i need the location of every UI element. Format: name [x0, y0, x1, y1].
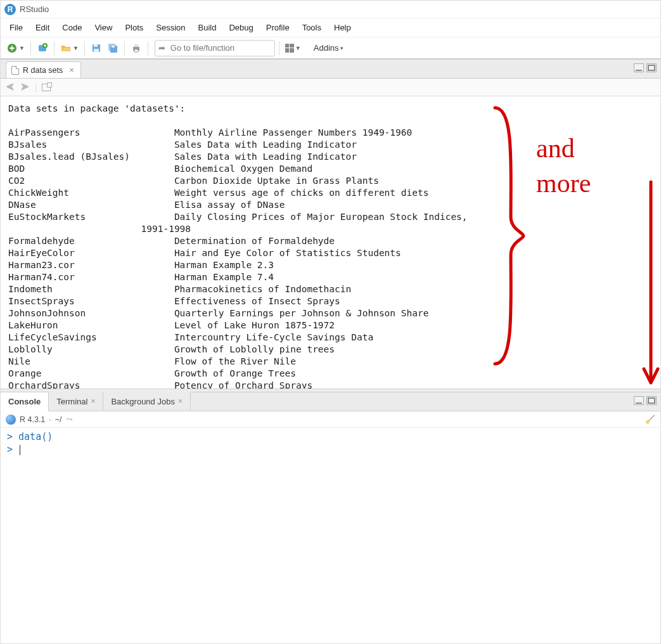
- menu-session[interactable]: Session: [150, 20, 191, 35]
- addins-label: Addins: [314, 43, 339, 53]
- menu-tools[interactable]: Tools: [296, 20, 328, 35]
- menu-debug[interactable]: Debug: [222, 20, 259, 35]
- chevron-down-icon: ▾: [340, 45, 343, 51]
- tab-console[interactable]: Console: [1, 392, 49, 411]
- window-title: RStudio: [20, 4, 49, 14]
- new-project-button[interactable]: [35, 40, 50, 56]
- goto-file-function[interactable]: ➦: [155, 40, 275, 56]
- chevron-down-icon: ▼: [19, 45, 25, 51]
- console-info-bar: R 4.3.1 · ~/ ⤳ 🧹: [1, 411, 660, 428]
- separator: [124, 41, 125, 55]
- close-icon[interactable]: ×: [178, 397, 183, 406]
- print-button[interactable]: [129, 40, 144, 56]
- menu-code[interactable]: Code: [56, 20, 88, 35]
- titlebar: R RStudio: [1, 1, 660, 18]
- source-tab[interactable]: R data sets ×: [6, 61, 81, 78]
- tab-label: Background Jobs: [111, 397, 174, 406]
- save-button[interactable]: [89, 40, 104, 56]
- main-toolbar: ▼ ▼ ➦ ▼ Addins ▾: [1, 37, 660, 59]
- new-file-button[interactable]: ▼: [4, 40, 27, 56]
- viewer-content: Data sets in package 'datasets': AirPass…: [1, 96, 660, 389]
- nav-forward-button[interactable]: ⮞: [20, 82, 30, 93]
- clear-console-button[interactable]: 🧹: [645, 415, 655, 424]
- source-tabstrip: R data sets ×: [1, 60, 660, 79]
- tab-label: Console: [8, 397, 41, 406]
- svg-rect-11: [134, 49, 138, 52]
- maximize-pane-button[interactable]: [646, 396, 657, 405]
- menu-build[interactable]: Build: [192, 20, 223, 35]
- maximize-pane-button[interactable]: [646, 63, 657, 72]
- close-icon[interactable]: ×: [91, 397, 95, 406]
- separator: [84, 41, 85, 55]
- console-pane: ConsoleTerminal×Background Jobs× R 4.3.1…: [1, 392, 660, 643]
- viewer-scroll[interactable]: Data sets in package 'datasets': AirPass…: [1, 96, 660, 389]
- console-line: >: [7, 443, 654, 456]
- chevron-down-icon: ▼: [295, 45, 301, 51]
- menu-view[interactable]: View: [88, 20, 119, 35]
- menu-profile[interactable]: Profile: [260, 20, 296, 35]
- tab-label: Terminal: [56, 397, 87, 406]
- pane-layout-button[interactable]: ▼: [283, 40, 303, 56]
- chevron-down-icon: ▼: [73, 45, 79, 51]
- menu-plots[interactable]: Plots: [119, 20, 150, 35]
- grid-icon: [285, 44, 294, 53]
- console-tabstrip: ConsoleTerminal×Background Jobs×: [1, 392, 660, 411]
- open-file-button[interactable]: ▼: [58, 40, 80, 56]
- r-logo-icon: [6, 415, 16, 425]
- menu-file[interactable]: File: [3, 20, 29, 35]
- minimize-pane-button[interactable]: [634, 63, 644, 72]
- addins-button[interactable]: Addins ▾: [309, 40, 348, 56]
- rstudio-logo-icon: R: [4, 4, 16, 15]
- separator: [30, 41, 31, 55]
- separator-dot: ·: [49, 415, 51, 424]
- pop-out-button[interactable]: [42, 84, 51, 91]
- close-icon[interactable]: ×: [69, 65, 74, 75]
- separator: [279, 41, 279, 55]
- minimize-pane-button[interactable]: [634, 396, 644, 405]
- source-pane: R data sets × ⮜ ⮞ | Data sets in package…: [1, 59, 660, 389]
- pane-controls: [634, 63, 657, 72]
- menu-edit[interactable]: Edit: [29, 20, 56, 35]
- tab-label: R data sets: [23, 66, 63, 75]
- console-output[interactable]: > data()>: [1, 428, 660, 643]
- tab-background-jobs[interactable]: Background Jobs×: [103, 392, 190, 411]
- data-viewer: Data sets in package 'datasets': AirPass…: [1, 96, 660, 389]
- source-toolbar: ⮜ ⮞ |: [1, 79, 660, 96]
- tab-terminal[interactable]: Terminal×: [49, 392, 103, 411]
- working-dir: ~/: [55, 415, 62, 424]
- separator: [148, 41, 148, 55]
- menu-help[interactable]: Help: [328, 20, 357, 35]
- save-all-button[interactable]: [105, 40, 120, 56]
- nav-back-button[interactable]: ⮜: [6, 82, 15, 93]
- separator: [54, 41, 55, 55]
- menubar: FileEditCodeViewPlotsSessionBuildDebugPr…: [1, 18, 660, 37]
- r-version-label: R 4.3.1: [20, 415, 45, 424]
- svg-rect-10: [134, 44, 138, 47]
- goto-input[interactable]: [169, 42, 264, 53]
- pane-controls: [634, 396, 657, 405]
- svg-rect-4: [94, 44, 98, 47]
- goto-arrow-icon: ➦: [155, 43, 169, 53]
- svg-rect-8: [112, 46, 115, 48]
- svg-rect-5: [94, 49, 99, 52]
- wd-picker-icon[interactable]: ⤳: [66, 415, 73, 424]
- document-icon: [11, 66, 19, 75]
- console-line: > data(): [7, 430, 654, 443]
